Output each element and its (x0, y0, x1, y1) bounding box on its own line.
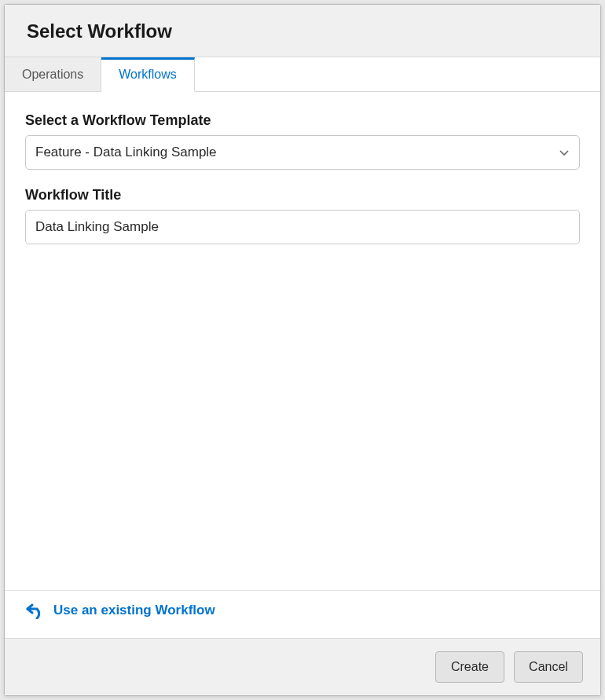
title-field-label: Workflow Title (25, 187, 580, 203)
tab-workflows[interactable]: Workflows (101, 57, 195, 92)
dialog-header: Select Workflow (5, 5, 600, 57)
cancel-button[interactable]: Cancel (514, 651, 583, 683)
use-existing-workflow-row[interactable]: Use an existing Workflow (5, 590, 600, 630)
undo-icon (25, 602, 46, 619)
workflow-title-input[interactable] (25, 210, 580, 244)
template-select-wrap: Feature - Data Linking Sample (25, 135, 580, 170)
title-field-group: Workflow Title (25, 187, 580, 244)
dialog-title: Select Workflow (27, 20, 578, 42)
dialog-footer: Create Cancel (5, 638, 600, 695)
tab-operations[interactable]: Operations (5, 57, 101, 92)
dialog-body: Select a Workflow Template Feature - Dat… (5, 92, 600, 638)
use-existing-workflow-link[interactable]: Use an existing Workflow (53, 603, 215, 618)
create-button[interactable]: Create (435, 651, 504, 683)
body-spacer (25, 262, 580, 590)
template-field-group: Select a Workflow Template Feature - Dat… (25, 112, 580, 170)
select-workflow-dialog: Select Workflow Operations Workflows Sel… (4, 4, 601, 696)
template-field-label: Select a Workflow Template (25, 112, 580, 129)
template-select[interactable]: Feature - Data Linking Sample (25, 135, 580, 170)
tabs-row: Operations Workflows (5, 57, 600, 92)
